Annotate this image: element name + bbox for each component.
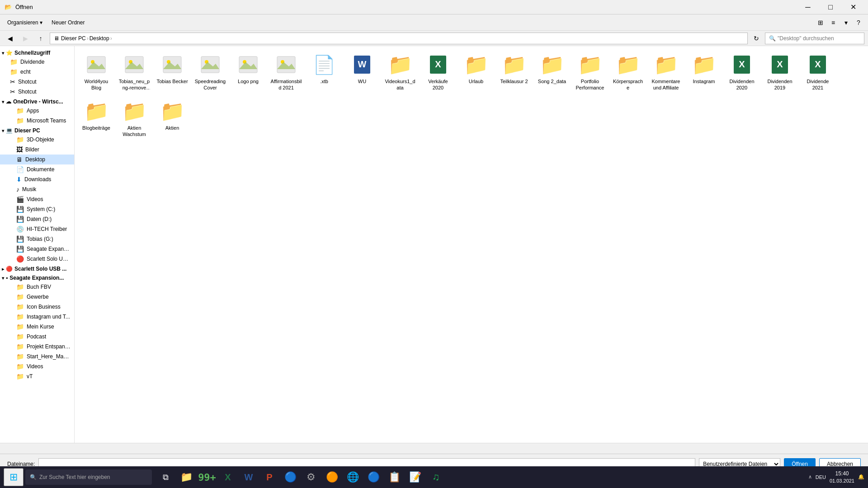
back-button[interactable]: ◀ xyxy=(4,32,16,45)
taskbar-notification-icon[interactable]: 🔔 xyxy=(858,474,864,480)
taskbar-chrome[interactable]: 🌐 xyxy=(343,467,363,487)
sidebar-item-3d[interactable]: 📁 3D-Objekte xyxy=(0,135,74,145)
file-item[interactable]: 📁 Song 2_data xyxy=(534,50,570,94)
sidebar-item-datend[interactable]: 💾 Daten (D:) xyxy=(0,214,74,224)
sidebar-item-projekt[interactable]: 📁 Projekt Entspann... xyxy=(0,342,74,352)
taskbar-app-orange[interactable]: 🟠 xyxy=(322,467,342,487)
search-input[interactable] xyxy=(778,35,860,42)
scarlett-header[interactable]: ▸ 🔴 Scarlett Solo USB ... xyxy=(0,264,74,273)
file-item[interactable]: W WU xyxy=(344,50,380,94)
sidebar-item-hitech[interactable]: 💿 HI-TECH Treiber xyxy=(0,224,74,234)
start-button[interactable]: ⊞ xyxy=(4,468,24,486)
sidebar-item-buchfbv[interactable]: 📁 Buch FBV xyxy=(0,282,74,292)
sidebar-item-musik[interactable]: ♪ Musik xyxy=(0,184,74,194)
organize-button[interactable]: Organisieren ▾ xyxy=(4,16,46,29)
sidebar-item-dokumente[interactable]: 📄 Dokumente xyxy=(0,164,74,174)
file-item[interactable]: 📁 Teilklausur 2 xyxy=(496,50,532,94)
taskbar-excel[interactable]: X xyxy=(218,467,238,487)
sidebar-item-scarlett[interactable]: 🔴 Scarlett Solo USB... xyxy=(0,254,74,264)
file-item[interactable]: 📁 Körpersprache xyxy=(610,50,646,94)
taskbar-search[interactable]: 🔍 Zur Suche Text hier eingeben xyxy=(25,469,152,485)
sidebar-item-echt[interactable]: 📁 echt xyxy=(0,67,74,77)
quick-access-label: Schnellzugriff xyxy=(14,50,50,56)
file-item[interactable]: Tobias_neu_png-remove bg-preview xyxy=(116,50,152,94)
taskbar-chevron-icon[interactable]: ∧ xyxy=(808,474,812,480)
quick-access-header[interactable]: ▾ ⭐ Schnellzugriff xyxy=(0,48,74,57)
file-item[interactable]: 📁 Blogbeiträge xyxy=(78,96,114,141)
view-details-button[interactable]: ≡ xyxy=(827,17,839,28)
sidebar-item-videos[interactable]: 🎬 Videos xyxy=(0,194,74,204)
view-large-icons-button[interactable]: ⊞ xyxy=(815,17,826,28)
address-box[interactable]: 🖥 Dieser PC › Desktop › xyxy=(50,33,748,44)
sidebar-item-shotcut2[interactable]: ✂ Shotcut xyxy=(0,87,74,97)
file-item[interactable]: X Dividenden 2019 xyxy=(762,50,798,94)
taskbar-app-blue[interactable]: 🔵 xyxy=(280,467,300,487)
file-item[interactable]: Speedreading Cover xyxy=(192,50,228,94)
sidebar-item-dividende[interactable]: 📁 Dividende xyxy=(0,57,74,67)
breadcrumb-icon: 🖥 xyxy=(54,35,59,42)
taskbar-powerpoint[interactable]: P xyxy=(259,467,279,487)
file-item[interactable]: Logo png xyxy=(230,50,266,94)
sidebar-item-bilder[interactable]: 🖼 Bilder xyxy=(0,145,74,155)
maximize-button[interactable]: □ xyxy=(820,0,841,14)
taskbar-app-clipboard[interactable]: 📋 xyxy=(384,467,404,487)
file-item[interactable]: 📁 Urlaub xyxy=(458,50,494,94)
taskbar-word[interactable]: W xyxy=(239,467,259,487)
sidebar-item-systemc[interactable]: 💾 System (C:) xyxy=(0,204,74,214)
sidebar-item-shotcut1[interactable]: ✂ Shotcut xyxy=(0,77,74,87)
file-item[interactable]: 📁 Aktien xyxy=(154,96,190,141)
sidebar-item-instagram-t[interactable]: 📁 Instagram und T... xyxy=(0,312,74,322)
taskbar-spotify[interactable]: ♫ xyxy=(426,467,446,487)
refresh-button[interactable]: ↻ xyxy=(750,33,762,44)
file-name: Dividenden 2019 xyxy=(764,78,796,91)
sidebar-item-start-here[interactable]: 📁 Start_Here_Mac... xyxy=(0,352,74,361)
file-item[interactable]: World4you Blog xyxy=(78,50,114,94)
sidebar-item-vt[interactable]: 📁 vT xyxy=(0,371,74,381)
sidebar-item-desktop[interactable]: 🖥 Desktop xyxy=(0,155,74,164)
taskbar-settings[interactable]: ⚙ xyxy=(301,467,321,487)
folder-icon: 📁 xyxy=(85,99,108,123)
scarlett-solo-label: Scarlett Solo USB ... xyxy=(14,266,66,272)
forward-button[interactable]: ▶ xyxy=(19,32,32,45)
file-item[interactable]: 📁 Kommentare und Affiliate xyxy=(648,50,684,94)
dieser-pc-header[interactable]: ▾ 💻 Dieser PC xyxy=(0,126,74,135)
sidebar-item-downloads[interactable]: ⬇ Downloads xyxy=(0,174,74,184)
sidebar-item-icon-business[interactable]: 📁 Icon Business xyxy=(0,302,74,312)
taskbar-file-explorer[interactable]: 📁 xyxy=(176,467,196,487)
sidebar-item-podcast[interactable]: 📁 Podcast xyxy=(0,332,74,342)
new-folder-button[interactable]: Neuer Ordner xyxy=(48,16,88,29)
file-item[interactable]: 📁 Videokurs1_data xyxy=(382,50,418,94)
help-button[interactable]: ? xyxy=(853,17,864,28)
file-item[interactable]: X Dividenden 2020 xyxy=(724,50,760,94)
onedrive-header[interactable]: ▾ ☁ OneDrive - Wirtsc... xyxy=(0,97,74,106)
breadcrumb-desktop[interactable]: Desktop xyxy=(90,35,109,42)
breadcrumb-pc[interactable]: Dieser PC xyxy=(61,35,86,42)
sidebar-item-mein-kurse[interactable]: 📁 Mein Kurse xyxy=(0,322,74,332)
file-item[interactable]: X Verkäufe 2020 xyxy=(420,50,456,94)
file-item[interactable]: 📁 Aktien Wachstum xyxy=(116,96,152,141)
minimize-button[interactable]: ─ xyxy=(797,0,818,14)
search-box[interactable]: 🔍 xyxy=(765,33,864,44)
taskbar-task-view[interactable]: ⧉ xyxy=(156,467,175,487)
sidebar-item-videos-seagate[interactable]: 📁 Videos xyxy=(0,361,74,371)
close-button[interactable]: ✕ xyxy=(843,0,863,14)
view-options-button[interactable]: ▾ xyxy=(840,17,852,28)
file-item[interactable]: 📄 .xtb xyxy=(306,50,342,94)
scarlett-solo-icon: 🔴 xyxy=(6,266,13,272)
sidebar-item-gewerbe[interactable]: 📁 Gewerbe xyxy=(0,292,74,302)
taskbar-app-notes[interactable]: 📝 xyxy=(405,467,425,487)
sidebar-item-seagate-drive[interactable]: 💾 Seagate Expansi... xyxy=(0,244,74,254)
taskbar-app-green[interactable]: 99+ xyxy=(197,467,217,487)
file-item[interactable]: X Dividende 2021 xyxy=(800,50,836,94)
file-item[interactable]: 📁 Portfolio Performance xyxy=(572,50,608,94)
sidebar-item-tobias-g[interactable]: 💾 Tobias (G:) xyxy=(0,234,74,244)
file-item[interactable]: Tobias Becker xyxy=(154,50,190,94)
file-item[interactable]: 📁 Instagram xyxy=(686,50,722,94)
file-item[interactable]: Affirmationsbild 2021 xyxy=(268,50,304,94)
seagate-header[interactable]: ▾ ▪ Seagate Expansion... xyxy=(0,273,74,282)
sidebar-item-dokumente-label: Dokumente xyxy=(27,166,54,173)
taskbar-edge[interactable]: 🔵 xyxy=(363,467,383,487)
sidebar-item-teams[interactable]: 📁 Microsoft Teams xyxy=(0,116,74,126)
sidebar-item-apps[interactable]: 📁 Apps xyxy=(0,106,74,116)
up-button[interactable]: ↑ xyxy=(34,32,47,45)
